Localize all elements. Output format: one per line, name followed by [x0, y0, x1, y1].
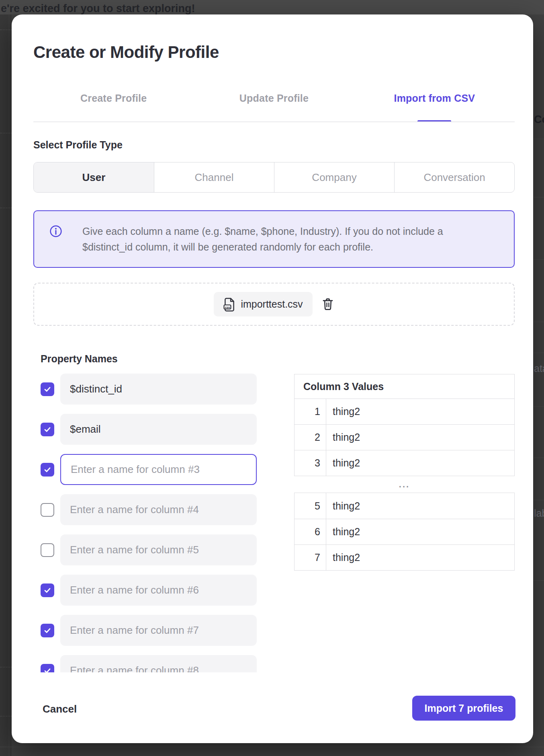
checkmark-icon: [43, 586, 52, 595]
info-icon: [49, 225, 62, 238]
uploaded-file-name: importtest.csv: [241, 298, 303, 310]
column-values-table-continued: 5thing26thing27thing2: [294, 493, 515, 571]
trash-icon: [322, 298, 334, 310]
column-8-checkbox[interactable]: [41, 664, 54, 673]
background-row-line: [534, 500, 544, 500]
background-row-line: [0, 29, 12, 30]
property-names-label: Property Names: [41, 353, 118, 365]
column-5-name-input[interactable]: [60, 534, 257, 565]
background-left-divider: [9, 14, 9, 756]
csv-dropzone[interactable]: csv importtest.csv: [33, 283, 515, 326]
info-banner: Give each column a name (e.g. $name, $ph…: [33, 210, 515, 268]
column-1-name-input[interactable]: [60, 374, 257, 405]
background-row-line: [0, 133, 12, 134]
background-row-line: [534, 259, 544, 260]
background-bottom-seam: [0, 747, 544, 747]
values-table-top-rows: 1thing22thing23thing2: [294, 399, 514, 476]
property-row-7: [41, 615, 257, 646]
profile-type-segmented-control: UserChannelCompanyConversation: [33, 162, 515, 193]
background-row-line: [534, 197, 544, 197]
tab-import-from-csv[interactable]: Import from CSV: [354, 92, 515, 121]
row-index: 6: [294, 519, 326, 544]
cell-value: thing2: [326, 399, 514, 424]
background-row-line: [0, 667, 12, 668]
profile-type-user[interactable]: User: [34, 162, 154, 192]
values-table-row: 6thing2: [294, 519, 514, 544]
background-row-line: [534, 322, 544, 322]
property-name-rows: [41, 374, 257, 672]
column-3-name-input[interactable]: [60, 454, 257, 485]
background-text-fragment: ata: [534, 363, 544, 374]
property-row-4: [41, 494, 257, 525]
csv-file-icon: csv: [223, 298, 235, 311]
column-7-name-input[interactable]: [60, 615, 257, 646]
column-6-checkbox[interactable]: [41, 583, 54, 597]
column-4-checkbox[interactable]: [41, 503, 54, 517]
values-table-header: Column 3 Values: [294, 374, 514, 399]
property-row-6: [41, 575, 257, 606]
values-table-bottom-rows: 5thing26thing27thing2: [294, 493, 514, 570]
background-text-fragment: Col: [534, 113, 544, 126]
values-table-ellipsis: ...: [294, 476, 515, 493]
modal-title: Create or Modify Profile: [33, 43, 219, 62]
background-text-fragment: lab: [534, 507, 544, 519]
profile-type-channel[interactable]: Channel: [154, 162, 274, 192]
values-table-row: 3thing2: [294, 450, 514, 476]
cell-value: thing2: [326, 493, 514, 519]
column-8-name-input[interactable]: [60, 655, 257, 672]
column-values-panel: Column 3 Values 1thing22thing23thing2 ..…: [294, 374, 515, 571]
background-left-band: [0, 14, 12, 756]
row-index: 7: [294, 545, 326, 570]
tab-create-profile[interactable]: Create Profile: [33, 92, 194, 121]
uploaded-file-chip: csv importtest.csv: [214, 292, 312, 316]
cancel-button[interactable]: Cancel: [43, 703, 77, 715]
checkmark-icon: [43, 425, 52, 434]
cell-value: thing2: [326, 545, 514, 570]
column-1-checkbox[interactable]: [41, 382, 54, 396]
checkmark-icon: [43, 385, 52, 394]
checkmark-icon: [43, 465, 52, 474]
create-or-modify-profile-modal: Create or Modify Profile Create ProfileU…: [12, 14, 533, 743]
property-row-2: [41, 414, 257, 445]
column-2-checkbox[interactable]: [41, 423, 54, 436]
column-values-table: Column 3 Values 1thing22thing23thing2: [294, 374, 515, 476]
import-profiles-button[interactable]: Import 7 profiles: [412, 696, 515, 721]
background-top-strip: e're excited for you to start exploring!: [0, 0, 544, 14]
values-table-row: 2thing2: [294, 424, 514, 450]
info-banner-text: Give each column a name (e.g. $name, $ph…: [82, 224, 492, 267]
cell-value: thing2: [326, 450, 514, 476]
column-3-checkbox[interactable]: [41, 463, 54, 477]
values-table-row: 5thing2: [294, 493, 514, 519]
column-7-checkbox[interactable]: [41, 624, 54, 637]
tabs-divider: [33, 121, 515, 122]
column-4-name-input[interactable]: [60, 494, 257, 525]
property-row-1: [41, 374, 257, 405]
svg-text:csv: csv: [225, 305, 231, 309]
column-5-checkbox[interactable]: [41, 543, 54, 557]
background-banner-text: e're excited for you to start exploring!: [1, 2, 195, 15]
background-row-line: [534, 458, 544, 458]
values-table-row: 7thing2: [294, 544, 514, 570]
background-row-line: [534, 580, 544, 581]
tab-update-profile[interactable]: Update Profile: [194, 92, 354, 121]
checkmark-icon: [43, 666, 52, 673]
background-row-line: [534, 406, 544, 407]
row-index: 2: [294, 425, 326, 450]
background-row-line: [0, 716, 12, 717]
row-index: 1: [294, 399, 326, 424]
background-row-line: [0, 207, 12, 208]
remove-file-button[interactable]: [321, 298, 334, 311]
column-2-name-input[interactable]: [60, 414, 257, 445]
profile-type-conversation[interactable]: Conversation: [394, 162, 514, 192]
background-row-line: [534, 353, 544, 353]
row-index: 3: [294, 450, 326, 476]
background-row-line: [534, 139, 544, 139]
property-row-5: [41, 534, 257, 565]
cell-value: thing2: [326, 425, 514, 450]
tabs: Create ProfileUpdate ProfileImport from …: [33, 92, 515, 121]
values-table-row: 1thing2: [294, 399, 514, 424]
cell-value: thing2: [326, 519, 514, 544]
profile-type-label: Select Profile Type: [33, 139, 123, 151]
column-6-name-input[interactable]: [60, 575, 257, 606]
profile-type-company[interactable]: Company: [274, 162, 394, 192]
